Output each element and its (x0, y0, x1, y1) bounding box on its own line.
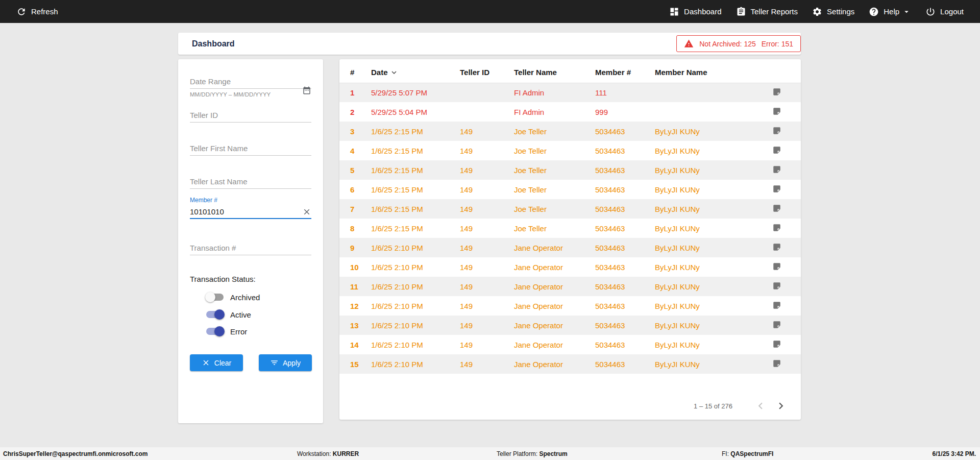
table-row[interactable]: 10 1/6/25 2:10 PM 149 Jane Operator 5034… (339, 257, 801, 277)
row-number: 13 (339, 316, 371, 335)
table-body: 1 5/29/25 5:07 PM FI Admin 111 2 5/29/25… (339, 83, 801, 374)
apply-button-label: Apply (283, 359, 301, 367)
toggle-thumb (205, 292, 215, 302)
col-teller-id: Teller ID (460, 62, 514, 83)
note-icon[interactable] (772, 262, 781, 271)
row-teller-id: 149 (460, 335, 514, 354)
row-member-name: ByLyJI KUNy (655, 122, 763, 141)
col-member-number: Member # (595, 62, 655, 83)
table-row[interactable]: 3 1/6/25 2:15 PM 149 Joe Teller 5034463 … (339, 122, 801, 141)
table-row[interactable]: 5 1/6/25 2:15 PM 149 Joe Teller 5034463 … (339, 160, 801, 180)
next-page-button[interactable] (774, 399, 788, 413)
nav-help-label: Help (884, 7, 899, 16)
teller-last-name-input[interactable] (190, 175, 311, 189)
note-icon[interactable] (772, 281, 781, 290)
row-teller-id: 149 (460, 316, 514, 335)
note-icon[interactable] (772, 146, 781, 155)
row-teller-id: 149 (460, 199, 514, 219)
alert-banner: Not Archived: 125 Error: 151 (676, 35, 801, 52)
error-toggle[interactable] (206, 328, 224, 335)
member-number-field: Member # (190, 197, 311, 219)
table-row[interactable]: 8 1/6/25 2:15 PM 149 Joe Teller 5034463 … (339, 219, 801, 238)
table-row[interactable]: 13 1/6/25 2:10 PM 149 Jane Operator 5034… (339, 316, 801, 335)
row-number: 2 (339, 102, 371, 122)
row-member-name: ByLyJI KUNy (655, 257, 763, 277)
nav-teller-reports[interactable]: Teller Reports (729, 2, 805, 21)
note-icon[interactable] (772, 87, 781, 96)
row-number: 6 (339, 180, 371, 199)
note-icon[interactable] (772, 301, 781, 310)
active-toggle-label: Active (230, 310, 251, 319)
row-number: 14 (339, 335, 371, 354)
row-date: 1/6/25 2:15 PM (371, 180, 460, 199)
note-icon[interactable] (772, 340, 781, 349)
row-member-name: ByLyJI KUNy (655, 335, 763, 354)
row-teller-name: Joe Teller (514, 180, 595, 199)
note-icon[interactable] (772, 359, 781, 368)
row-number: 5 (339, 160, 371, 180)
nav-dashboard[interactable]: Dashboard (662, 2, 728, 21)
teller-id-input[interactable] (190, 108, 311, 123)
row-note-cell (763, 277, 801, 296)
table-row[interactable]: 14 1/6/25 2:10 PM 149 Jane Operator 5034… (339, 335, 801, 354)
col-date[interactable]: Date (371, 62, 460, 83)
table-row[interactable]: 1 5/29/25 5:07 PM FI Admin 111 (339, 83, 801, 102)
note-icon[interactable] (772, 126, 781, 135)
clear-button[interactable]: Clear (190, 354, 243, 371)
row-teller-name: Jane Operator (514, 238, 595, 257)
row-teller-id: 149 (460, 122, 514, 141)
refresh-label: Refresh (31, 7, 58, 16)
date-range-field: MM/DD/YYYY – MM/DD/YYYY (190, 75, 311, 98)
toggle-row-error: Error (206, 325, 247, 338)
row-note-cell (763, 296, 801, 316)
teller-last-name-field (190, 175, 311, 189)
results-table-card: # Date Teller ID Teller Name Member # Me… (339, 59, 801, 420)
active-toggle[interactable] (206, 311, 224, 318)
toggle-row-archived: Archived (206, 290, 260, 304)
row-member-name: ByLyJI KUNy (655, 238, 763, 257)
row-note-cell (763, 160, 801, 180)
note-icon[interactable] (772, 165, 781, 174)
pagination: 1 – 15 of 276 (694, 399, 788, 413)
note-icon[interactable] (772, 107, 781, 116)
note-icon[interactable] (772, 320, 781, 329)
table-row[interactable]: 15 1/6/25 2:10 PM 149 Jane Operator 5034… (339, 354, 801, 374)
nav-logout[interactable]: Logout (918, 2, 971, 21)
row-number: 9 (339, 238, 371, 257)
row-teller-id: 149 (460, 257, 514, 277)
table-row[interactable]: 4 1/6/25 2:15 PM 149 Joe Teller 5034463 … (339, 141, 801, 160)
nav-settings[interactable]: Settings (805, 2, 862, 21)
note-icon[interactable] (772, 243, 781, 252)
row-teller-id: 149 (460, 296, 514, 316)
refresh-button[interactable]: Refresh (9, 2, 65, 21)
row-member-name: ByLyJI KUNy (655, 180, 763, 199)
archived-toggle[interactable] (206, 294, 224, 301)
table-row[interactable]: 9 1/6/25 2:10 PM 149 Jane Operator 50344… (339, 238, 801, 257)
prev-page-button[interactable] (754, 399, 767, 413)
teller-first-name-input[interactable] (190, 141, 311, 156)
calendar-icon[interactable] (302, 86, 311, 95)
pagination-range: 1 – 15 of 276 (694, 402, 732, 410)
row-number: 12 (339, 296, 371, 316)
transaction-number-input[interactable] (190, 241, 311, 255)
col-num: # (339, 62, 371, 83)
note-icon[interactable] (772, 184, 781, 193)
row-note-cell (763, 180, 801, 199)
row-date: 1/6/25 2:10 PM (371, 316, 460, 335)
nav-help[interactable]: Help (862, 2, 918, 21)
member-number-input[interactable] (190, 205, 311, 219)
apply-button[interactable]: Apply (259, 354, 312, 371)
help-icon (869, 7, 879, 17)
table-row[interactable]: 6 1/6/25 2:15 PM 149 Joe Teller 5034463 … (339, 180, 801, 199)
row-number: 3 (339, 122, 371, 141)
table-row[interactable]: 2 5/29/25 5:04 PM FI Admin 999 (339, 102, 801, 122)
note-icon[interactable] (772, 204, 781, 213)
toggle-thumb (214, 309, 225, 320)
table-row[interactable]: 11 1/6/25 2:10 PM 149 Jane Operator 5034… (339, 277, 801, 296)
date-range-input[interactable] (190, 75, 311, 89)
table-row[interactable]: 7 1/6/25 2:15 PM 149 Joe Teller 5034463 … (339, 199, 801, 219)
row-teller-id: 149 (460, 277, 514, 296)
note-icon[interactable] (772, 223, 781, 232)
table-row[interactable]: 12 1/6/25 2:10 PM 149 Jane Operator 5034… (339, 296, 801, 316)
clear-member-icon[interactable] (302, 207, 311, 216)
